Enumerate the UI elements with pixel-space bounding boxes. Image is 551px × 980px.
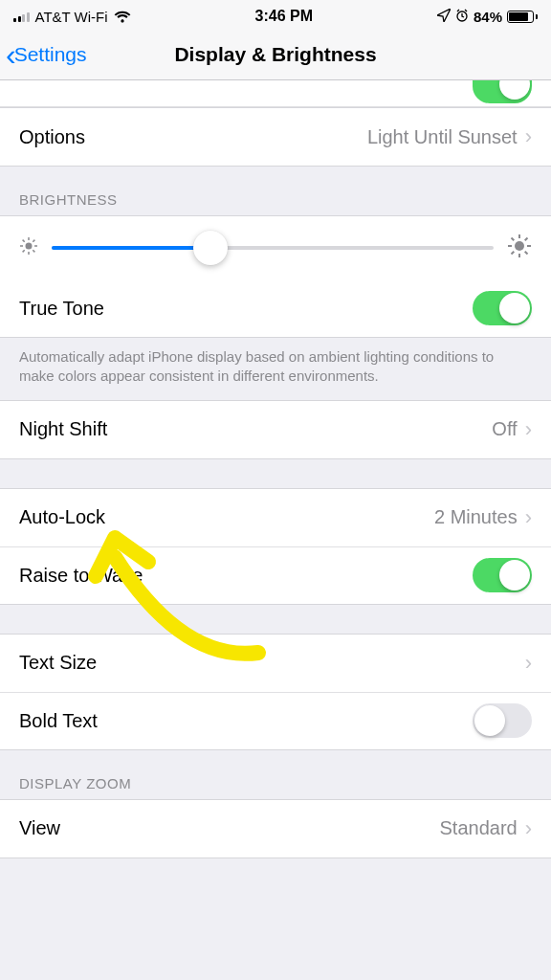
brightness-slider[interactable] xyxy=(52,246,494,250)
options-value: Light Until Sunset xyxy=(367,126,518,148)
raise-to-wake-row: Raise to Wake xyxy=(0,546,551,604)
battery-pct: 84% xyxy=(474,9,502,25)
true-tone-footer: Automatically adapt iPhone display based… xyxy=(0,338,551,400)
brightness-section-header: BRIGHTNESS xyxy=(0,167,551,215)
bold-text-toggle[interactable] xyxy=(473,703,532,738)
view-row[interactable]: View Standard › xyxy=(0,800,551,858)
text-size-row[interactable]: Text Size › xyxy=(0,635,551,692)
svg-line-7 xyxy=(33,250,34,252)
brightness-slider-row xyxy=(0,216,551,279)
chevron-right-icon: › xyxy=(525,124,532,149)
sun-large-icon xyxy=(507,234,532,262)
svg-line-18 xyxy=(525,238,528,241)
auto-lock-label: Auto-Lock xyxy=(19,506,105,528)
svg-point-10 xyxy=(515,241,524,251)
location-icon xyxy=(437,9,451,25)
auto-lock-row[interactable]: Auto-Lock 2 Minutes › xyxy=(0,489,551,546)
chevron-right-icon: › xyxy=(525,651,532,676)
chevron-right-icon: › xyxy=(525,505,532,530)
view-label: View xyxy=(19,817,60,839)
night-shift-value: Off xyxy=(492,418,517,440)
cellular-signal-icon xyxy=(13,11,30,22)
svg-line-6 xyxy=(23,240,25,242)
svg-line-15 xyxy=(512,238,515,241)
battery-icon xyxy=(507,11,538,23)
appearance-toggle-partial xyxy=(0,80,551,107)
chevron-right-icon: › xyxy=(525,816,532,841)
svg-line-9 xyxy=(33,240,34,242)
options-row[interactable]: Options Light Until Sunset › xyxy=(0,108,551,166)
sun-small-icon xyxy=(19,236,38,259)
bold-text-row: Bold Text xyxy=(0,692,551,749)
night-shift-label: Night Shift xyxy=(19,418,107,440)
true-tone-row: True Tone xyxy=(0,279,551,337)
true-tone-toggle[interactable] xyxy=(473,291,532,325)
raise-to-wake-toggle[interactable] xyxy=(473,558,532,592)
appearance-auto-toggle[interactable] xyxy=(473,80,532,103)
status-time: 3:46 PM xyxy=(255,8,313,25)
text-size-label: Text Size xyxy=(19,652,97,674)
back-button[interactable]: ‹ Settings xyxy=(0,39,87,70)
svg-point-1 xyxy=(26,243,33,250)
true-tone-label: True Tone xyxy=(19,298,104,320)
svg-line-16 xyxy=(525,252,528,255)
view-value: Standard xyxy=(440,817,518,839)
night-shift-row[interactable]: Night Shift Off › xyxy=(0,401,551,458)
auto-lock-value: 2 Minutes xyxy=(434,506,518,528)
chevron-right-icon: › xyxy=(525,417,532,442)
display-zoom-section-header: DISPLAY ZOOM xyxy=(0,750,551,799)
status-bar: AT&T Wi-Fi 3:46 PM 84% xyxy=(0,0,551,29)
nav-header: ‹ Settings Display & Brightness xyxy=(0,29,551,80)
bold-text-label: Bold Text xyxy=(19,710,98,732)
back-label: Settings xyxy=(14,43,87,66)
options-label: Options xyxy=(19,126,85,148)
wifi-icon xyxy=(114,11,131,23)
raise-to-wake-label: Raise to Wake xyxy=(19,565,143,587)
carrier-label: AT&T Wi-Fi xyxy=(35,9,108,25)
alarm-icon xyxy=(455,9,469,25)
svg-line-17 xyxy=(512,252,515,255)
svg-line-8 xyxy=(23,250,25,252)
